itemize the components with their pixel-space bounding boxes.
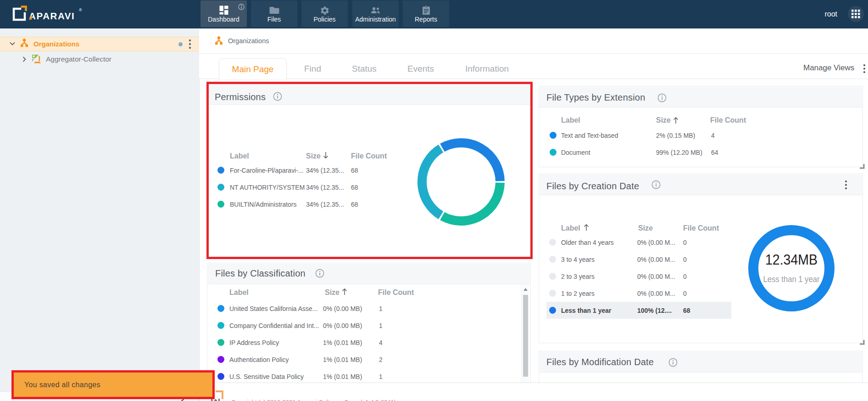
svg-text:®: ® [79,8,82,12]
svg-text:APARAVI: APARAVI [29,11,75,21]
